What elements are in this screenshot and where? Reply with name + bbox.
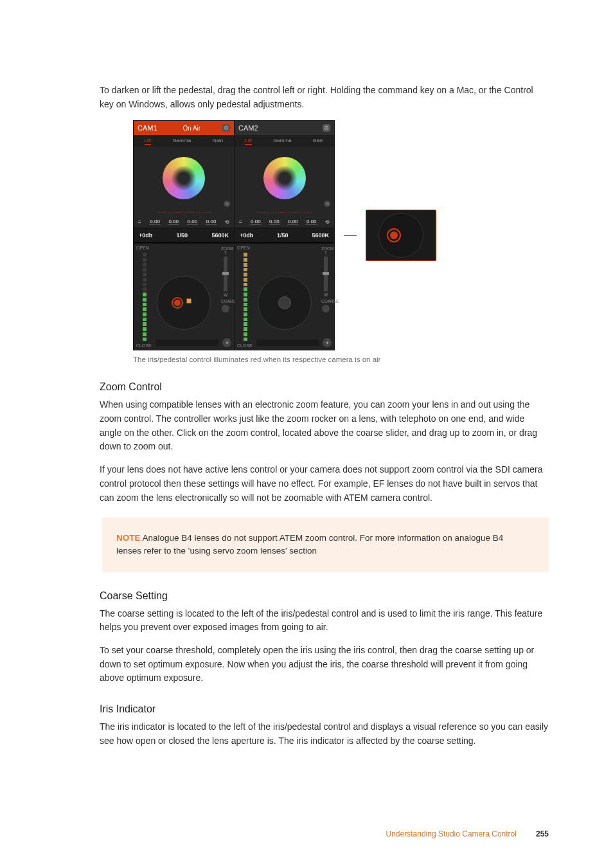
figure-caption: The iris/pedestal control illuminates re… [133,356,549,363]
cam1-values: ≡ 0.00 0.00 0.00 0.00 ⟲ [134,216,234,228]
val-b: 0.00 [306,219,317,225]
iris-indicator [143,253,147,341]
whitebalance-value[interactable]: 5600K [211,232,229,239]
reset-icon[interactable]: ⟲ [224,201,230,207]
open-label: OPEN [136,246,149,250]
cam1-header[interactable]: CAM1 On Air ⚙ [134,121,234,135]
zoom-control[interactable]: ZOOM T W [221,246,230,297]
master-scratch-wheel[interactable]: · · · · · · · · · · · · · · · · · · · · … [134,210,234,216]
open-label: OPEN [237,246,250,250]
footer-chapter: Understanding Studio Camera Control [386,829,517,838]
iris-heading: Iris Indicator [100,703,549,715]
settings-icon[interactable]: ⚙ [323,124,330,132]
cam2-panel: CAM2 ⚙ Lift Gamma Gain ⟲ · · · · · · · ·… [234,121,334,350]
val-g: 0.00 [187,219,199,225]
zoom-control[interactable]: ZOOM T W [321,246,330,297]
pedestal-strip[interactable] [256,339,319,346]
cam1-onair-label: On Air [182,125,200,132]
zoom-t-label: T [221,251,230,255]
cam1-panel: CAM1 On Air ⚙ Lift Gamma Gain ⟲ · · · · … [134,121,234,350]
reset-small-icon[interactable]: ⟲ [224,219,230,225]
page-footer: Understanding Studio Camera Control 255 [100,829,549,838]
tab-lift[interactable]: Lift [145,138,152,145]
tab-gain[interactable]: Gain [313,138,324,145]
coarse-label: COARSE [221,299,230,303]
cam2-color-wheel-area: ⟲ [235,147,334,210]
cam2-header[interactable]: CAM2 ⚙ [235,121,334,135]
footer-page-number: 255 [536,829,549,838]
val-y: 0.00 [250,219,262,225]
coarse-knob-icon[interactable] [322,305,330,312]
coarse-p2: To set your coarse threshold, completely… [100,644,549,685]
iris-pedestal-zoomed-inset [366,210,436,261]
zoom-label: ZOOM [321,246,330,251]
zoom-track[interactable] [224,257,227,291]
figure-camera-panels: CAM1 On Air ⚙ Lift Gamma Gain ⟲ · · · · … [133,120,549,350]
tab-gamma[interactable]: Gamma [273,138,291,145]
tab-lift[interactable]: Lift [245,138,252,145]
gain-value[interactable]: +0db [240,232,253,239]
coarse-control[interactable]: COARSE [321,299,330,314]
zoom-track[interactable] [324,257,328,291]
shutter-value[interactable]: 1/50 [277,232,289,239]
gain-value[interactable]: +0db [139,232,152,239]
color-wheel[interactable] [163,157,205,199]
iris-p1: The iris indicator is located to the lef… [100,720,549,748]
val-r: 0.00 [269,219,280,225]
zoom-thumb[interactable] [222,272,229,275]
coarse-control[interactable]: COARSE [221,299,230,314]
auto-iris-icon[interactable]: ✦ [222,338,231,347]
coarse-knob-icon[interactable] [222,305,229,312]
callout-line [344,235,357,236]
iris-pedestal-control[interactable] [157,276,211,330]
color-wheel[interactable] [263,157,306,199]
val-y: 0.00 [149,219,161,225]
joystick-knob-icon [174,300,181,306]
joystick-knob-icon [278,296,291,309]
val-b: 0.00 [206,219,217,225]
cam1-color-wheel-area: ⟲ [134,147,234,210]
joystick-marker-icon [187,299,191,303]
auto-iris-icon[interactable]: ✦ [323,338,332,347]
reset-small-icon[interactable]: ⟲ [324,219,330,225]
close-label: CLOSE [136,343,152,348]
iris-indicator [244,253,247,341]
close-label: CLOSE [237,343,253,348]
wheel-cursor[interactable] [181,175,187,181]
zoom-w-label: W [221,293,230,297]
cam2-camera-settings: +0db 1/50 5600K [235,228,334,243]
iris-pedestal-control[interactable] [258,276,312,330]
tab-gain[interactable]: Gain [212,138,223,145]
cam2-tabs: Lift Gamma Gain [235,135,334,147]
tab-gamma[interactable]: Gamma [173,138,191,145]
val-g: 0.00 [287,219,299,225]
zoom-p2: If your lens does not have active lens c… [100,463,549,505]
wheel-cursor[interactable] [281,175,288,181]
cam2-values: ≡ 0.00 0.00 0.00 0.00 ⟲ [235,216,334,228]
coarse-heading: Coarse Setting [100,590,549,602]
pedestal-strip[interactable] [155,339,218,346]
joystick-knob-icon [390,231,398,239]
ymrgb-icon[interactable]: ≡ [238,219,243,225]
cam2-iris-area: OPEN CLOSE ZOOM T W [235,243,334,350]
note-text: Analogue B4 lenses do not support ATEM z… [116,533,503,556]
ymrgb-icon[interactable]: ≡ [138,219,142,225]
cam1-tabs: Lift Gamma Gain [134,135,234,147]
reset-icon[interactable]: ⟲ [324,201,330,207]
master-scratch-wheel[interactable]: · · · · · · · · · · · · · · · · · · · · … [235,210,334,216]
cam2-title: CAM2 [238,124,258,132]
zoom-p1: When using compatible lenses with an ele… [100,398,549,454]
note-box: NOTE Analogue B4 lenses do not support A… [100,518,549,572]
zoom-w-label: W [321,293,330,297]
whitebalance-value[interactable]: 5600K [312,232,329,239]
shutter-value[interactable]: 1/50 [177,232,188,239]
zoom-label: ZOOM [221,246,230,251]
note-label: NOTE [116,533,141,543]
settings-icon[interactable]: ⚙ [222,124,230,132]
intro-paragraph: To darken or lift the pedestal, drag the… [100,84,549,111]
coarse-label: COARSE [321,299,330,303]
cam1-camera-settings: +0db 1/50 5600K [134,228,234,243]
zoom-thumb[interactable] [323,272,329,275]
zoom-heading: Zoom Control [100,381,549,393]
cam1-iris-area: OPEN CLOSE ZOOM T W [134,243,234,350]
